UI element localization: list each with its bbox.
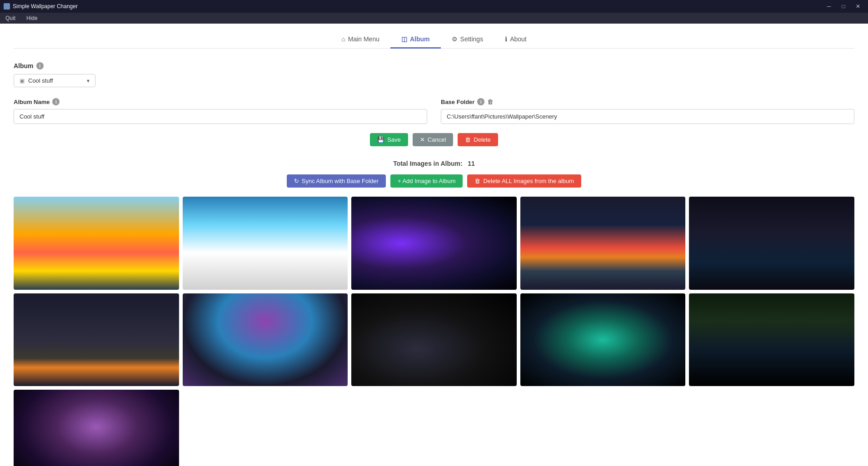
- sync-label: Sync Album with Base Folder: [302, 178, 379, 184]
- hide-menu-item[interactable]: Hide: [25, 14, 40, 22]
- tab-album-label: Album: [410, 35, 430, 43]
- album-name-input[interactable]: [14, 109, 427, 124]
- image-thumb-1[interactable]: [14, 197, 179, 290]
- album-name-group: Album Name i: [14, 98, 427, 124]
- quit-menu-item[interactable]: Quit: [4, 14, 17, 22]
- titlebar: Simple Wallpaper Changer ─ □ ✕: [0, 0, 868, 13]
- image-11: [14, 390, 179, 466]
- add-image-label: + Add Image to Album: [398, 178, 456, 184]
- base-folder-delete-icon[interactable]: 🗑: [487, 99, 493, 105]
- minimize-button[interactable]: ─: [823, 0, 835, 13]
- delete-icon: 🗑: [465, 136, 471, 143]
- image-grid: [14, 197, 854, 466]
- save-icon: 💾: [377, 136, 384, 143]
- titlebar-controls: ─ □ ✕: [823, 0, 864, 13]
- delete-label: Delete: [474, 136, 491, 143]
- album-icon: ◫: [401, 35, 407, 43]
- image-thumb-6[interactable]: [14, 293, 179, 387]
- base-folder-group: Base Folder i 🗑: [441, 98, 854, 124]
- tab-settings[interactable]: ⚙ Settings: [441, 31, 494, 49]
- image-8: [351, 293, 517, 387]
- delete-button[interactable]: 🗑 Delete: [458, 133, 498, 146]
- tab-about[interactable]: ℹ About: [494, 31, 538, 49]
- home-icon: ⌂: [341, 35, 345, 43]
- settings-icon: ⚙: [452, 35, 458, 43]
- image-thumb-11[interactable]: [14, 390, 179, 466]
- image-2: [183, 197, 348, 290]
- nav-tabs: ⌂ Main Menu ◫ Album ⚙ Settings ℹ About: [14, 24, 854, 49]
- album-label: Album i: [14, 62, 854, 69]
- base-folder-info-icon[interactable]: i: [477, 98, 484, 105]
- app-icon: [4, 3, 10, 10]
- tab-main-menu[interactable]: ⌂ Main Menu: [330, 31, 390, 49]
- total-images-label: Total Images in Album:: [393, 160, 462, 167]
- image-thumb-4[interactable]: [520, 197, 686, 290]
- cancel-label: Cancel: [428, 136, 446, 143]
- image-3: [351, 197, 517, 290]
- image-thumb-9[interactable]: [520, 293, 686, 387]
- dropdown-pic-icon: ▣: [20, 78, 25, 84]
- image-5: [689, 197, 854, 290]
- cancel-icon: ✕: [420, 136, 425, 143]
- base-folder-input[interactable]: [441, 109, 854, 124]
- album-name-label: Album Name i: [14, 98, 427, 105]
- image-thumb-7[interactable]: [183, 293, 348, 387]
- app-title: Simple Wallpaper Changer: [13, 3, 78, 10]
- tab-about-label: About: [510, 35, 527, 43]
- fields-row: Album Name i Base Folder i 🗑: [14, 98, 854, 124]
- info-icon: ℹ: [505, 35, 507, 43]
- image-10: [689, 293, 854, 387]
- image-thumb-8[interactable]: [351, 293, 517, 387]
- image-7: [183, 293, 348, 387]
- image-thumb-3[interactable]: [351, 197, 517, 290]
- album-dropdown[interactable]: ▣ Cool stuff ▾: [14, 74, 95, 87]
- image-6: [14, 293, 179, 387]
- image-1: [14, 197, 179, 290]
- titlebar-left: Simple Wallpaper Changer: [4, 3, 78, 10]
- image-actions: ↻ Sync Album with Base Folder + Add Imag…: [14, 174, 854, 188]
- album-section: Album i ▣ Cool stuff ▾: [14, 62, 854, 87]
- tab-main-menu-label: Main Menu: [348, 35, 379, 43]
- album-name-info-icon[interactable]: i: [52, 98, 60, 105]
- tab-album[interactable]: ◫ Album: [390, 31, 441, 49]
- total-images: Total Images in Album: 11: [14, 160, 854, 167]
- image-9: [520, 293, 686, 387]
- chevron-down-icon: ▾: [87, 78, 90, 84]
- image-4: [520, 197, 686, 290]
- tab-settings-label: Settings: [460, 35, 484, 43]
- album-info-icon[interactable]: i: [36, 62, 44, 69]
- image-thumb-10[interactable]: [689, 293, 854, 387]
- save-label: Save: [387, 136, 401, 143]
- image-thumb-2[interactable]: [183, 197, 348, 290]
- album-selected-value: Cool stuff: [28, 77, 53, 84]
- action-buttons: 💾 Save ✕ Cancel 🗑 Delete: [14, 133, 854, 146]
- delete-all-icon: 🗑: [474, 178, 480, 184]
- sync-button[interactable]: ↻ Sync Album with Base Folder: [287, 174, 386, 188]
- delete-all-label: Delete ALL Images from the album: [483, 178, 574, 184]
- close-button[interactable]: ✕: [852, 0, 864, 13]
- sync-icon: ↻: [294, 178, 299, 184]
- base-folder-label: Base Folder i 🗑: [441, 98, 854, 105]
- maximize-button[interactable]: □: [837, 0, 850, 13]
- total-images-count: 11: [468, 160, 475, 167]
- main-content: ⌂ Main Menu ◫ Album ⚙ Settings ℹ About A…: [0, 24, 868, 466]
- image-thumb-5[interactable]: [689, 197, 854, 290]
- cancel-button[interactable]: ✕ Cancel: [413, 133, 453, 146]
- delete-all-button[interactable]: 🗑 Delete ALL Images from the album: [467, 174, 581, 188]
- add-image-button[interactable]: + Add Image to Album: [390, 174, 463, 188]
- menubar: Quit Hide: [0, 13, 868, 24]
- save-button[interactable]: 💾 Save: [370, 133, 408, 146]
